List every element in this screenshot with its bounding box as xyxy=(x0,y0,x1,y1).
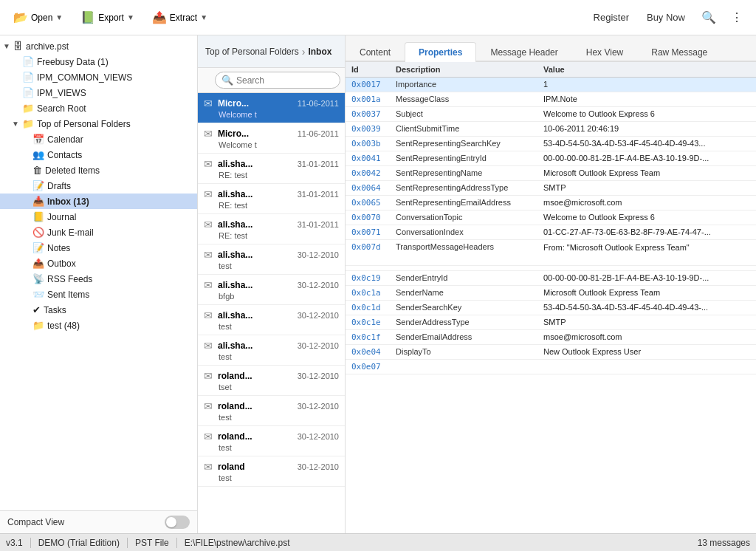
props-val-4: 53-4D-54-50-3A-4D-53-4F-45-40-4D-49-43..… xyxy=(537,137,756,151)
email-icon-10: ✉ xyxy=(204,400,213,412)
search-toolbar-button[interactable]: 🔍 xyxy=(697,7,721,27)
tab-raw-message[interactable]: Raw Message xyxy=(637,42,721,62)
tab-message-header[interactable]: Message Header xyxy=(476,42,571,62)
email-item-top-12: ✉ roland 30-12-2010 xyxy=(204,461,339,473)
search-box: 🔍 xyxy=(215,72,340,89)
email-item-top-1: ✉ Micro... 11-06-2011 xyxy=(204,128,339,140)
props-id-13: 0x0c19 xyxy=(346,271,390,286)
tree-item-inbox[interactable]: 📥 Inbox (13) xyxy=(0,194,197,209)
email-date-1: 11-06-2011 xyxy=(298,129,339,138)
tree-item-freebusy[interactable]: 📄 Freebusy Data (1) xyxy=(0,54,197,69)
panel-header: Top of Personal Folders › Inbox xyxy=(198,35,345,68)
open-button[interactable]: 📂 Open ▼ xyxy=(6,7,70,27)
email-item-5[interactable]: ✉ ali.sha... 30-12-2010 test xyxy=(198,244,345,275)
props-desc-13: SenderEntryId xyxy=(390,271,537,286)
search-input[interactable] xyxy=(236,75,334,86)
extract-button[interactable]: 📤 Extract ▼ xyxy=(145,7,215,27)
tree-item-notes[interactable]: 📝 Notes xyxy=(0,240,197,256)
email-item-10[interactable]: ✉ roland... 30-12-2010 test xyxy=(198,396,345,426)
open-label: Open xyxy=(31,13,52,23)
email-item-top-4: ✉ ali.sha... 31-01-2011 xyxy=(204,219,339,230)
register-link[interactable]: Register xyxy=(588,9,635,26)
props-row-4: 0x003b SentRepresentingSearchKey 53-4D-5… xyxy=(346,137,756,151)
tree-item-contacts[interactable]: 👥 Contacts xyxy=(0,147,197,162)
email-subject-9: tset xyxy=(204,383,339,391)
tree-item-ipm-common[interactable]: 📄 IPM_COMMON_VIEWS xyxy=(0,69,197,85)
compact-view-toggle[interactable] xyxy=(165,516,190,529)
props-desc-9: ConversationTopic xyxy=(390,211,537,225)
label-top-folders: Top of Personal Folders xyxy=(37,119,131,129)
tab-content[interactable]: Content xyxy=(346,42,405,62)
tree-item-tasks[interactable]: ✔ Tasks xyxy=(0,302,197,318)
buy-link[interactable]: Buy Now xyxy=(641,9,691,26)
email-sender-4: ali.sha... xyxy=(218,219,295,230)
arrow-top-folders: ▼ xyxy=(12,120,22,128)
folder-tree: ▼ 🗄 archive.pst 📄 Freebusy Data (1) 📄 IP… xyxy=(0,35,197,510)
email-item-1[interactable]: ✉ Micro... 11-06-2011 Welcome t xyxy=(198,123,345,154)
label-rss: RSS Feeds xyxy=(47,274,92,284)
tabs-bar: ContentPropertiesMessage HeaderHex ViewR… xyxy=(346,35,756,62)
email-item-11[interactable]: ✉ roland... 30-12-2010 test xyxy=(198,426,345,456)
email-sender-1: Micro... xyxy=(218,129,295,139)
props-id-16: 0x0c1e xyxy=(346,315,390,330)
props-id-3: 0x0039 xyxy=(346,122,390,137)
extract-dropdown-arrow: ▼ xyxy=(200,13,207,21)
email-date-0: 11-06-2011 xyxy=(298,99,339,108)
icon-inbox: 📥 xyxy=(32,196,44,207)
email-item-7[interactable]: ✉ ali.sha... 30-12-2010 test xyxy=(198,305,345,335)
tree-item-outbox[interactable]: 📤 Outbox xyxy=(0,256,197,271)
tree-item-calendar[interactable]: 📅 Calendar xyxy=(0,131,197,147)
tree-item-sent[interactable]: 📨 Sent Items xyxy=(0,287,197,302)
export-button[interactable]: 📗 Export ▼ xyxy=(73,7,142,27)
props-desc-5: SentRepresentingEntryId xyxy=(390,151,537,166)
tree-item-drafts[interactable]: 📝 Drafts xyxy=(0,178,197,194)
email-icon-12: ✉ xyxy=(204,461,213,473)
email-item-2[interactable]: ✉ ali.sha... 31-01-2011 RE: test xyxy=(198,154,345,184)
properties-table-container: Id Description Value 0x0017 Importance 1… xyxy=(346,62,756,533)
col-desc: Description xyxy=(390,62,537,78)
email-subject-4: RE: test xyxy=(204,231,339,240)
props-row-18: 0x0e04 DisplayTo New Outlook Express Use… xyxy=(346,345,756,360)
props-row-8: 0x0065 SentRepresentingEmailAddress msoe… xyxy=(346,196,756,211)
tree-item-top-folders[interactable]: ▼ 📁 Top of Personal Folders xyxy=(0,116,197,131)
props-id-1: 0x001a xyxy=(346,92,390,107)
props-id-5: 0x0041 xyxy=(346,151,390,166)
tree-item-journal[interactable]: 📒 Journal xyxy=(0,209,197,225)
props-val-0: 1 xyxy=(537,78,756,92)
tree-root[interactable]: ▼ 🗄 archive.pst xyxy=(0,38,197,54)
icon-top-folders: 📁 xyxy=(22,118,34,129)
email-item-6[interactable]: ✉ ali.sha... 30-12-2010 bfgb xyxy=(198,275,345,305)
tab-hex-view[interactable]: Hex View xyxy=(572,42,637,62)
props-val-11: From: "Microsoft Outlook Express Team" xyxy=(537,240,756,266)
email-item-8[interactable]: ✉ ali.sha... 30-12-2010 test xyxy=(198,335,345,366)
more-options-button[interactable]: ⋮ xyxy=(726,7,747,27)
email-icon-3: ✉ xyxy=(204,188,213,200)
email-list-panel: Top of Personal Folders › Inbox 🔍 ✉ Micr… xyxy=(198,35,346,533)
email-sender-12: roland xyxy=(218,462,295,472)
email-item-top-9: ✉ roland... 30-12-2010 xyxy=(204,370,339,382)
tree-item-junk[interactable]: 🚫 Junk E-mail xyxy=(0,225,197,240)
props-row-17: 0x0c1f SenderEmailAddress msoe@microsoft… xyxy=(346,330,756,345)
email-icon-0: ✉ xyxy=(204,97,213,109)
icon-rss: 📡 xyxy=(32,273,44,284)
tree-item-search-root[interactable]: 📁 Search Root xyxy=(0,100,197,116)
tree-item-ipm-views[interactable]: 📄 IPM_VIEWS xyxy=(0,85,197,100)
col-id: Id xyxy=(346,62,390,78)
props-desc-7: SentRepresentingAddressType xyxy=(390,181,537,196)
label-search-root: Search Root xyxy=(37,103,86,114)
email-item-9[interactable]: ✉ roland... 30-12-2010 tset xyxy=(198,366,345,396)
email-item-12[interactable]: ✉ roland 30-12-2010 test xyxy=(198,456,345,487)
tree-item-rss[interactable]: 📡 RSS Feeds xyxy=(0,271,197,287)
label-inbox: Inbox (13) xyxy=(47,196,89,207)
tree-item-deleted[interactable]: 🗑 Deleted Items xyxy=(0,162,197,178)
props-id-0: 0x0017 xyxy=(346,78,390,92)
tab-properties[interactable]: Properties xyxy=(405,42,476,62)
email-sender-7: ali.sha... xyxy=(218,310,295,321)
email-item-4[interactable]: ✉ ali.sha... 31-01-2011 RE: test xyxy=(198,214,345,244)
export-label: Export xyxy=(98,13,124,23)
email-item-3[interactable]: ✉ ali.sha... 31-01-2011 RE: test xyxy=(198,184,345,214)
email-date-4: 31-01-2011 xyxy=(298,220,339,229)
tree-item-test[interactable]: 📁 test (48) xyxy=(0,318,197,333)
props-row-19: 0x0e07 xyxy=(346,360,756,374)
email-item-0[interactable]: ✉ Micro... 11-06-2011 Welcome t xyxy=(198,93,345,123)
